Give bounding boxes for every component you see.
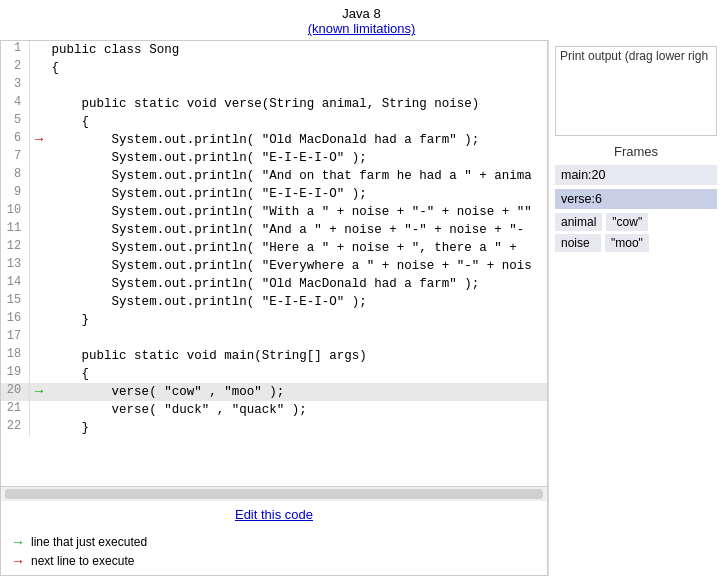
table-row: 20→ verse( "cow" , "moo" );: [1, 383, 547, 401]
line-number: 22: [1, 419, 30, 437]
line-arrow: [30, 365, 48, 383]
scrollbar-thumb[interactable]: [5, 489, 543, 499]
line-number: 3: [1, 77, 30, 95]
line-number: 10: [1, 203, 30, 221]
line-arrow: [30, 293, 48, 311]
table-row: 2{: [1, 59, 547, 77]
line-code: System.out.println( "With a " + noise + …: [48, 203, 547, 221]
code-table: 1public class Song2{34 public static voi…: [1, 41, 547, 437]
line-number: 19: [1, 365, 30, 383]
table-row: 12 System.out.println( "Here a " + noise…: [1, 239, 547, 257]
red-arrow-icon: →: [35, 131, 43, 147]
line-number: 17: [1, 329, 30, 347]
line-arrow: [30, 77, 48, 95]
line-code: }: [48, 419, 547, 437]
app-container: Java 8 (known limitations) 1public class…: [0, 0, 723, 576]
line-arrow: [30, 347, 48, 365]
line-arrow: [30, 167, 48, 185]
line-arrow: [30, 257, 48, 275]
table-row: 9 System.out.println( "E-I-E-I-O" );: [1, 185, 547, 203]
table-row: 11 System.out.println( "And a " + noise …: [1, 221, 547, 239]
table-row: 1public class Song: [1, 41, 547, 59]
line-code: [48, 329, 547, 347]
line-code: System.out.println( "Old MacDonald had a…: [48, 131, 547, 149]
line-arrow: →: [30, 383, 48, 401]
frame-var-row: noise"moo": [555, 234, 717, 252]
line-arrow: [30, 113, 48, 131]
line-code: {: [48, 59, 547, 77]
line-number: 9: [1, 185, 30, 203]
green-arrow-icon: →: [35, 383, 43, 399]
line-number: 7: [1, 149, 30, 167]
line-arrow: [30, 329, 48, 347]
table-row: 13 System.out.println( "Everywhere a " +…: [1, 257, 547, 275]
table-row: 8 System.out.println( "And on that farm …: [1, 167, 547, 185]
line-number: 8: [1, 167, 30, 185]
line-number: 18: [1, 347, 30, 365]
line-code: public static void main(String[] args): [48, 347, 547, 365]
line-code: System.out.println( "E-I-E-I-O" );: [48, 185, 547, 203]
line-arrow: [30, 41, 48, 59]
table-row: 17: [1, 329, 547, 347]
edit-link-bar: Edit this code: [1, 500, 547, 528]
line-code: public class Song: [48, 41, 547, 59]
code-panel: 1public class Song2{34 public static voi…: [0, 40, 548, 576]
line-code: {: [48, 113, 547, 131]
table-row: 19 {: [1, 365, 547, 383]
table-row: 3: [1, 77, 547, 95]
line-code: }: [48, 311, 547, 329]
table-row: 22 }: [1, 419, 547, 437]
line-code: verse( "duck" , "quack" );: [48, 401, 547, 419]
line-code: System.out.println( "E-I-E-I-O" );: [48, 149, 547, 167]
line-code: System.out.println( "Everywhere a " + no…: [48, 257, 547, 275]
line-code: System.out.println( "Old MacDonald had a…: [48, 275, 547, 293]
line-arrow: [30, 221, 48, 239]
line-number: 16: [1, 311, 30, 329]
frames-list: main:20verse:6animal"cow"noise"moo": [555, 165, 717, 252]
line-number: 2: [1, 59, 30, 77]
line-arrow: [30, 59, 48, 77]
table-row: 10 System.out.println( "With a " + noise…: [1, 203, 547, 221]
line-arrow: [30, 311, 48, 329]
line-number: 4: [1, 95, 30, 113]
line-arrow: [30, 203, 48, 221]
header: Java 8 (known limitations): [0, 0, 723, 40]
line-arrow: [30, 185, 48, 203]
line-number: 11: [1, 221, 30, 239]
red-arrow-icon: →: [11, 553, 25, 569]
line-code: public static void verse(String animal, …: [48, 95, 547, 113]
frame-item[interactable]: verse:6: [555, 189, 717, 209]
line-number: 20: [1, 383, 30, 401]
table-row: 14 System.out.println( "Old MacDonald ha…: [1, 275, 547, 293]
horizontal-scrollbar[interactable]: [1, 486, 547, 500]
line-number: 21: [1, 401, 30, 419]
table-row: 4 public static void verse(String animal…: [1, 95, 547, 113]
var-value: "cow": [606, 213, 648, 231]
line-number: 5: [1, 113, 30, 131]
line-arrow: [30, 149, 48, 167]
line-arrow: [30, 275, 48, 293]
print-output-content: [556, 65, 716, 135]
line-number: 6: [1, 131, 30, 149]
print-output-box: Print output (drag lower righ: [555, 46, 717, 136]
line-code: System.out.println( "Here a " + noise + …: [48, 239, 547, 257]
frame-item[interactable]: main:20: [555, 165, 717, 185]
table-row: 21 verse( "duck" , "quack" );: [1, 401, 547, 419]
line-number: 1: [1, 41, 30, 59]
code-scroll-area[interactable]: 1public class Song2{34 public static voi…: [1, 41, 547, 486]
legend: → line that just executed → next line to…: [1, 528, 547, 575]
table-row: 16 }: [1, 311, 547, 329]
line-arrow: [30, 419, 48, 437]
line-code: System.out.println( "And a " + noise + "…: [48, 221, 547, 239]
line-arrow: [30, 95, 48, 113]
red-legend-item: → next line to execute: [11, 553, 537, 569]
green-legend-label: line that just executed: [31, 535, 147, 549]
line-code: System.out.println( "And on that farm he…: [48, 167, 547, 185]
known-limitations-link[interactable]: (known limitations): [308, 21, 416, 36]
var-name: animal: [555, 213, 602, 231]
edit-code-link[interactable]: Edit this code: [235, 507, 313, 522]
line-arrow: →: [30, 131, 48, 149]
green-arrow-icon: →: [11, 534, 25, 550]
main-area: 1public class Song2{34 public static voi…: [0, 40, 723, 576]
print-output-label: Print output (drag lower righ: [556, 47, 716, 65]
